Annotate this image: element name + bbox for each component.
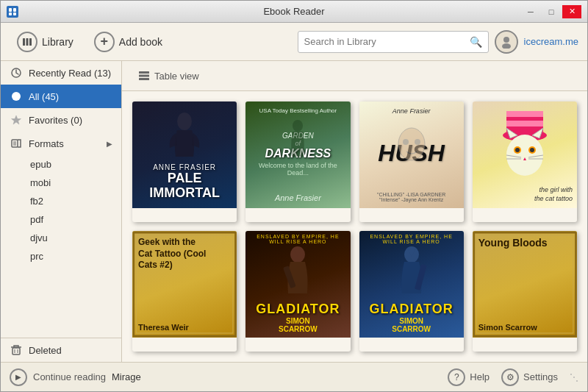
book-card-young-bloods[interactable]: Young Bloods Simon Scarrow — [473, 231, 577, 352]
book-card-gladiator1[interactable]: ENSLAVED BY EMPIRE, HE WILL RISE A HERO … — [245, 231, 350, 352]
svg-point-35 — [515, 148, 520, 152]
clock-icon — [10, 66, 23, 79]
svg-rect-29 — [506, 111, 543, 117]
book-card-hush[interactable]: Anne Frasier HUSH "CHILLING" -LISA GARDN… — [359, 101, 464, 222]
formats-icon — [10, 137, 23, 150]
search-button[interactable]: 🔍 — [470, 36, 482, 48]
view-controls: Table view — [122, 61, 587, 91]
settings-icon: ⚙ — [501, 368, 519, 386]
all-icon — [10, 90, 23, 103]
sidebar: Recently Read (13) All (45) Favorites (0… — [1, 61, 122, 362]
book-cover-garden-darkness: USA Today Bestselling Author GARDEN of D… — [245, 101, 350, 208]
book-cover-geek-cat: Geek with theCat Tattoo (CoolCats #2) Th… — [132, 231, 237, 338]
format-fb2[interactable]: fb2 — [21, 192, 121, 210]
gladiator1-title: GLADIATOR — [250, 302, 345, 317]
book-grid: ANNE FRASIER PALEIMMORTAL USA — [122, 91, 587, 362]
gladiator2-author: SIMONSCARROW — [364, 317, 459, 333]
svg-point-7 — [503, 37, 509, 43]
format-djvu[interactable]: djvu — [21, 229, 121, 247]
play-icon: ▶ — [10, 368, 27, 386]
book-cover-hush: Anne Frasier HUSH "CHILLING" -LISA GARDN… — [359, 101, 464, 208]
title-bar: Ebook Reader ─ □ ✕ — [1, 1, 587, 23]
user-avatar[interactable] — [495, 30, 518, 54]
add-book-button[interactable]: + Add book — [87, 27, 170, 57]
continue-book-title: Mirage — [112, 371, 141, 382]
settings-button[interactable]: ⚙ Settings — [501, 368, 558, 386]
help-icon: ? — [448, 368, 465, 386]
sidebar-bottom: Deleted — [1, 338, 121, 362]
svg-point-32 — [506, 135, 543, 176]
format-pdf[interactable]: pdf — [21, 210, 121, 229]
close-button[interactable]: ✕ — [562, 5, 581, 18]
app-icon — [7, 6, 18, 18]
book-cover-gladiator1: ENSLAVED BY EMPIRE, HE WILL RISE A HERO … — [245, 231, 350, 338]
search-container: 🔍 — [298, 31, 489, 53]
search-input[interactable] — [304, 36, 470, 47]
format-prc[interactable]: prc — [21, 247, 121, 266]
window-controls: ─ □ ✕ — [521, 5, 581, 18]
help-button[interactable]: ? Help — [448, 368, 490, 386]
book-card-geek-cat[interactable]: Geek with theCat Tattoo (CoolCats #2) Th… — [132, 231, 237, 352]
gladiator1-tagline: ENSLAVED BY EMPIRE, HE WILL RISE A HERO — [248, 234, 347, 244]
geek-cat-author: Theresa Weir — [138, 323, 231, 332]
maximize-button[interactable]: □ — [542, 5, 561, 18]
bottom-bar: ▶ Continue reading Mirage ? Help ⚙ Setti… — [1, 362, 587, 391]
username[interactable]: icecream.me — [524, 36, 578, 47]
gladiator1-author: SIMONSCARROW — [250, 317, 345, 333]
format-epub[interactable]: epub — [21, 155, 121, 174]
cat-tattoo-title: the girl withthe cat tattoo — [534, 185, 573, 204]
svg-point-27 — [415, 139, 420, 145]
svg-rect-21 — [139, 75, 149, 77]
deleted-label: Deleted — [29, 345, 62, 356]
sidebar-item-recently-read[interactable]: Recently Read (13) — [1, 61, 121, 85]
hush-quote: "CHILLING" -LISA GARDNER"Intense" -Jayne… — [365, 192, 458, 202]
add-book-label: Add book — [119, 36, 162, 48]
book-card-cat-tattoo[interactable]: the girl withthe cat tattoo — [473, 101, 577, 222]
svg-point-23 — [177, 113, 192, 130]
sidebar-item-all[interactable]: All (45) — [1, 85, 121, 108]
resize-handle[interactable]: ⋱ — [570, 372, 578, 382]
gladiator2-tagline: ENSLAVED BY EMPIRE, HE WILL RISE A HERO — [362, 234, 461, 244]
book-card-garden-darkness[interactable]: USA Today Bestselling Author GARDEN of D… — [245, 101, 350, 222]
svg-rect-22 — [139, 78, 149, 80]
gladiator2-text-container: GLADIATOR SIMONSCARROW — [364, 302, 459, 333]
library-button[interactable]: Library — [10, 27, 81, 57]
book-card-gladiator2[interactable]: ENSLAVED BY EMPIRE, HE WILL RISE A HERO … — [359, 231, 464, 352]
svg-rect-0 — [9, 8, 12, 12]
svg-point-36 — [530, 148, 534, 152]
svg-rect-3 — [13, 13, 16, 15]
library-label: Library — [42, 36, 74, 48]
svg-rect-1 — [13, 8, 16, 12]
sidebar-item-deleted[interactable]: Deleted — [1, 338, 121, 362]
book-cover-gladiator2: ENSLAVED BY EMPIRE, HE WILL RISE A HERO … — [359, 231, 464, 338]
help-label: Help — [470, 371, 490, 382]
svg-point-10 — [12, 92, 21, 101]
svg-rect-20 — [139, 71, 149, 74]
settings-label: Settings — [523, 371, 558, 382]
svg-rect-6 — [29, 38, 32, 46]
format-list: epub mobi fb2 pdf djvu prc — [1, 155, 121, 266]
toolbar: Library + Add book 🔍 icecream.me — [1, 23, 587, 61]
book-card-pale-immortal[interactable]: ANNE FRASIER PALEIMMORTAL — [132, 101, 237, 222]
library-icon — [17, 32, 37, 52]
svg-rect-2 — [9, 13, 12, 15]
young-bloods-author: Simon Scarrow — [478, 323, 571, 332]
sidebar-item-formats[interactable]: Formats ▶ — [1, 132, 121, 155]
svg-rect-4 — [23, 38, 25, 46]
minimize-button[interactable]: ─ — [521, 5, 540, 18]
gladiator2-title: GLADIATOR — [364, 302, 459, 317]
gladiator1-text-container: GLADIATOR SIMONSCARROW — [250, 302, 345, 333]
table-view-label: Table view — [154, 71, 199, 82]
pale-immortal-title: PALEIMMORTAL — [138, 171, 231, 201]
table-view-icon — [138, 70, 150, 82]
format-mobi[interactable]: mobi — [21, 174, 121, 192]
sidebar-item-favorites[interactable]: Favorites (0) — [1, 108, 121, 132]
book-cover-pale-immortal: ANNE FRASIER PALEIMMORTAL — [132, 101, 237, 208]
continue-reading-button[interactable]: ▶ Continue reading Mirage — [10, 368, 141, 386]
table-view-button[interactable]: Table view — [131, 67, 207, 85]
continue-label: Continue reading — [33, 371, 106, 382]
window-title: Ebook Reader — [263, 6, 324, 17]
chevron-icon: ▶ — [107, 140, 112, 148]
svg-point-24 — [293, 120, 303, 132]
svg-point-26 — [403, 139, 409, 145]
